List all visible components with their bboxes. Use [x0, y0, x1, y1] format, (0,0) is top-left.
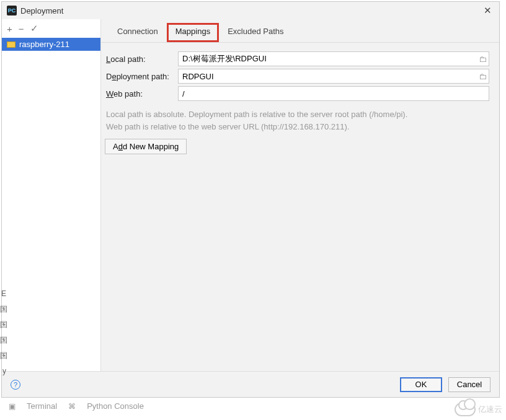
window-title: Deployment: [20, 6, 481, 15]
help-icon[interactable]: ?: [11, 380, 20, 390]
mappings-form: Local path: 🗀 Deployment path: 🗀 Web pat…: [101, 43, 499, 162]
sidebar-item-label: raspberry-211: [19, 40, 69, 49]
cloud-icon: [455, 403, 476, 416]
cancel-button[interactable]: Cancel: [448, 377, 490, 392]
sidebar-toolbar: + − ✓: [2, 19, 100, 38]
deployment-path-input[interactable]: [179, 69, 476, 83]
watermark: 亿速云: [455, 403, 502, 416]
tabs: Connection Mappings Excluded Paths: [101, 19, 499, 43]
label-deployment-path: Deployment path:: [104, 72, 178, 81]
ok-button[interactable]: OK: [400, 377, 442, 392]
browse-local-folder-icon[interactable]: 🗀: [476, 55, 489, 64]
label-local-path: Local path:: [104, 55, 178, 64]
row-web-path: Web path:: [104, 86, 489, 101]
terminal-icon: ▣: [9, 402, 16, 411]
row-deployment-path: Deployment path: 🗀: [104, 69, 489, 84]
ide-bottom-bar: ▣ Terminal ⌘ Python Console: [9, 401, 144, 411]
hint-text: Local path is absolute. Deployment path …: [104, 103, 489, 135]
titlebar: PC Deployment ✕: [2, 2, 499, 19]
web-path-input[interactable]: [179, 87, 489, 100]
sidebar-item-raspberry-211[interactable]: raspberry-211: [2, 38, 100, 51]
tab-connection[interactable]: Connection: [109, 23, 167, 42]
remove-server-icon[interactable]: −: [19, 24, 24, 34]
python-console-tab[interactable]: Python Console: [87, 401, 144, 411]
local-path-input[interactable]: [179, 52, 476, 66]
close-icon[interactable]: ✕: [481, 5, 494, 16]
main-panel: Connection Mappings Excluded Paths Local…: [101, 19, 499, 371]
row-local-path: Local path: 🗀: [104, 51, 489, 66]
dialog-footer: ? OK Cancel: [2, 371, 499, 397]
sidebar: + − ✓ raspberry-211: [2, 19, 101, 371]
server-icon: [7, 42, 16, 48]
tab-excluded-paths[interactable]: Excluded Paths: [219, 23, 292, 42]
checkmark-icon[interactable]: ✓: [30, 23, 38, 34]
deployment-dialog: PC Deployment ✕ + − ✓ raspberry-211 Conn…: [1, 1, 500, 398]
add-new-mapping-button[interactable]: Add New Mapping: [105, 139, 187, 154]
python-console-icon: ⌘: [68, 402, 76, 411]
tab-mappings[interactable]: Mappings: [167, 23, 219, 42]
terminal-tab[interactable]: Terminal: [27, 401, 57, 411]
label-web-path: Web path:: [104, 89, 178, 98]
add-server-icon[interactable]: +: [7, 24, 12, 34]
browse-deployment-folder-icon[interactable]: 🗀: [476, 72, 489, 81]
app-icon: PC: [7, 6, 17, 15]
cropped-edge-text: E国国国国y: [0, 286, 6, 379]
